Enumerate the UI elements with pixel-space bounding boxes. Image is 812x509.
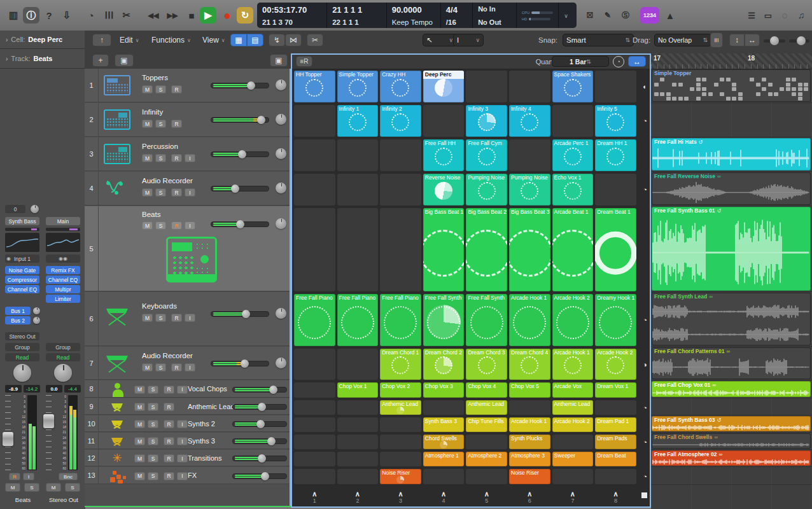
loop-cell-dream-pad-1[interactable]: Dream Pad 1 [595, 417, 636, 432]
volume-fader-thumb[interactable] [261, 472, 269, 480]
volume-fader-thumb[interactable] [258, 403, 266, 411]
stop-all-cells-button[interactable] [641, 492, 647, 498]
button-r[interactable]: R [171, 85, 182, 94]
volume-slider[interactable] [211, 311, 269, 317]
vertical-zoom-slider[interactable] [764, 39, 785, 43]
loop-cell-echo-vox-1[interactable]: Echo Vox 1 [552, 174, 594, 206]
volume-fader-thumb[interactable] [256, 420, 265, 428]
volume-fader-thumb[interactable] [231, 185, 239, 193]
loop-cell-arcade-beat-1[interactable]: Arcade Beat 1 [552, 208, 594, 291]
loop-cell-arcade-hook-1[interactable]: Arcade Hook 1 [509, 294, 550, 346]
empty-cell-slot[interactable] [380, 208, 421, 291]
button-m[interactable]: M [142, 85, 153, 94]
editors-scissors-icon[interactable]: ✂ [118, 7, 135, 24]
empty-cell-slot[interactable] [595, 71, 636, 102]
insert-slot-compressor[interactable]: Compressor [5, 275, 39, 284]
cell-queue-icon[interactable]: ◔ [640, 473, 650, 480]
scene-trigger-5[interactable]: ∧5 [466, 487, 507, 506]
forward-button[interactable]: ▶▶ [164, 7, 181, 24]
cell-queue-icon[interactable]: ◔ [640, 438, 650, 446]
loop-cell-free-fall-hh[interactable]: Free Fall HH [423, 139, 465, 171]
loop-cell-dream-beat[interactable]: Dream Beat [595, 452, 636, 466]
loop-cell-dream-hh-1[interactable]: Dream HH 1 [595, 139, 636, 171]
loop-cell-pumping-noise[interactable]: Pumping Noise [509, 174, 550, 206]
empty-cell-slot[interactable] [337, 139, 379, 171]
volume-slider[interactable] [211, 221, 269, 227]
track-header-audio-recorder[interactable]: 7Audio RecorderMSRI [85, 347, 290, 380]
empty-cell-slot[interactable] [380, 452, 421, 466]
button-s[interactable]: S [155, 188, 166, 197]
send-knob[interactable] [33, 307, 40, 314]
track-lane[interactable] [651, 467, 812, 485]
button-s[interactable]: S [155, 120, 166, 128]
solo-button[interactable]: S [65, 483, 80, 492]
loop-cell-arcade-hook-2[interactable]: Arcade Hook 2 [552, 417, 594, 432]
mute-button[interactable]: M [5, 483, 20, 492]
button-m[interactable]: M [142, 188, 153, 197]
inspector-icon[interactable]: ⓘ [23, 7, 39, 24]
empty-cell-slot[interactable] [337, 400, 379, 415]
loop-cell-big-bass-beat-1[interactable]: Big Bass Beat 1 [423, 208, 465, 291]
volume-db-value[interactable]: -8.9 [5, 385, 22, 393]
button-r[interactable]: R [171, 188, 182, 197]
scene-trigger-7[interactable]: ∧7 [552, 487, 594, 506]
region-free-fall-atmosphere-02[interactable]: Free Fall Atmosphere 02∞ [652, 450, 811, 466]
loop-cell-atmosphere-1[interactable]: Atmosphere 1 [423, 452, 465, 466]
back-button[interactable]: ↑ [92, 34, 111, 46]
button-s[interactable]: S [155, 154, 166, 162]
channel-setting-button[interactable]: Main [46, 217, 80, 225]
cell-queue-icon[interactable]: ◔ [640, 186, 650, 193]
loop-cell-atmosphere-2[interactable]: Atmosphere 2 [466, 452, 507, 466]
play-button[interactable]: ▶ [200, 7, 216, 24]
button-m[interactable]: M [142, 221, 153, 230]
volume-fader-thumb[interactable] [236, 220, 244, 228]
cycle-button[interactable]: ↻ [237, 7, 253, 24]
empty-cell-slot[interactable] [294, 174, 335, 206]
loop-cell-big-bass-beat-2[interactable]: Big Bass Beat 2 [466, 208, 507, 291]
button-r[interactable]: R [171, 221, 182, 230]
record-enable-button[interactable]: R [9, 473, 20, 480]
button-i[interactable]: I [177, 420, 188, 428]
volume-slider[interactable] [211, 151, 269, 157]
fader-thumb[interactable] [43, 414, 54, 428]
track-header-audio-recorder[interactable]: 4Audio RecorderMSRI [85, 172, 290, 206]
volume-fader-thumb[interactable] [238, 150, 246, 158]
track-header-infinity[interactable]: 2InfinityMSR [85, 103, 290, 137]
region-free-fall-synth-bass-01[interactable]: Free Fall Synth Bass 01↺ [652, 207, 811, 291]
button-s[interactable]: S [148, 420, 158, 428]
pan-knob[interactable] [276, 183, 286, 193]
empty-cell-slot[interactable] [294, 382, 335, 398]
button-r[interactable]: R [164, 437, 174, 445]
pan-knob[interactable] [276, 308, 286, 319]
track-header-transitions[interactable]: 12✳MSRITransitions [85, 450, 290, 466]
region-simple-topper[interactable]: Simple Topper [652, 69, 811, 102]
button-s[interactable]: S [155, 85, 166, 94]
media-browser-icon[interactable]: ♫ [793, 7, 809, 24]
loop-browser-icon[interactable]: ◌ [776, 7, 793, 24]
loop-cell-chop-vox-1[interactable]: Chop Vox 1 [337, 382, 379, 398]
volume-fader-thumb[interactable] [242, 310, 250, 318]
loop-cell-free-fall-synth[interactable]: Free Fall Synth [466, 294, 507, 346]
loop-cell-chop-vox-5[interactable]: Chop Vox 5 [509, 382, 550, 398]
bounce-button[interactable]: Bnc [59, 473, 78, 480]
empty-cell-slot[interactable] [552, 435, 594, 449]
cmd-click-tool-menu[interactable]: I∨ [453, 34, 484, 46]
empty-cell-slot[interactable] [294, 105, 335, 137]
inbox-icon[interactable]: ▥ [5, 7, 22, 24]
empty-cell-slot[interactable] [294, 349, 335, 380]
loop-cell-dream-pads[interactable]: Dream Pads [595, 435, 636, 449]
empty-cell-slot[interactable] [294, 400, 335, 415]
volume-slider[interactable] [232, 387, 287, 393]
pan-knob[interactable] [276, 114, 286, 125]
cell-queue-icon[interactable]: ◔ [640, 117, 650, 125]
empty-cell-slot[interactable] [380, 139, 421, 171]
input-monitor-button[interactable]: I [23, 473, 34, 480]
smart-controls-icon[interactable]: ◔ [83, 7, 99, 24]
note-pads-icon[interactable]: ▭ [760, 7, 776, 24]
loop-cell-free-fall-piano[interactable]: Free Fall Piano [294, 294, 335, 346]
track-header-percussion[interactable]: 3PercussionMSRI [85, 137, 290, 171]
volume-fader-thumb[interactable] [257, 116, 265, 124]
list-editors-icon[interactable]: ☰ [743, 7, 760, 24]
snap-menu[interactable]: Smart⇅ [563, 34, 634, 46]
left-click-tool-menu[interactable]: ↖∨ [423, 34, 457, 46]
